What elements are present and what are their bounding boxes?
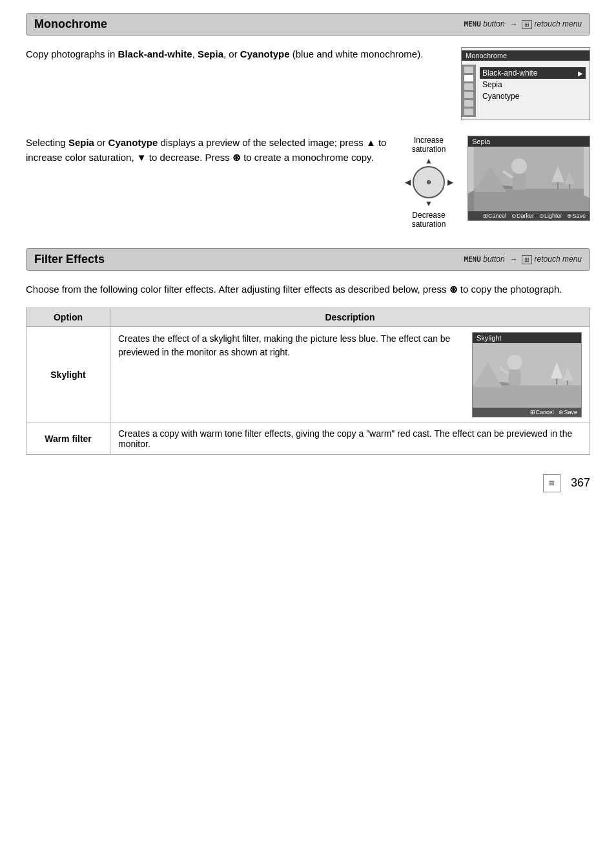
col-description-header: Description [110,308,590,326]
skylight-footer-save: ⊛Save [559,409,577,415]
svg-rect-3 [474,189,584,211]
monochrome-content: Copy photographs in Black-and-white, Sep… [26,47,590,120]
skylight-footer: ⊞Cancel ⊛Save [473,408,581,417]
menu-label: MENU [464,20,481,28]
option-warm-filter: Warm filter [26,423,110,454]
page-number: 367 [571,476,590,490]
mono-text-4: (blue and white monochrome). [290,48,424,59]
dpad-down-arrow: ▼ [424,199,433,208]
svg-rect-7 [569,184,570,189]
filter-effects-header: Filter Effects MENU button → ⊞ retouch m… [26,248,590,271]
filter-arrow-icon: → [509,255,517,264]
sepia-bold-1: Sepia [68,137,94,148]
sepia-text-1: Selecting [26,137,68,148]
filter-button-label: button [483,255,504,264]
icon-2 [464,75,473,81]
filter-effects-title: Filter Effects [34,253,105,266]
dpad-up-arrow: ▲ [424,156,433,165]
filter-retouch-label: retouch menu [535,255,582,264]
sepia-bold-2: Cyanotype [108,137,158,148]
svg-rect-15 [473,385,581,408]
icon-4 [464,92,473,98]
footer-lighter: ⊙Lighter [539,213,562,219]
skylight-illustration [473,343,581,408]
svg-point-8 [511,158,527,174]
preview-title: Sepia [468,136,590,147]
svg-rect-19 [567,380,568,384]
skylight-image-area [473,343,581,408]
dpad-left-arrow: ◀ [403,178,412,187]
filter-retouch-icon: ⊞ [522,255,532,264]
preview-footer: ⊞Cancel ⊙Darker ⊙Lighter ⊛Save [468,211,590,220]
table-row: Warm filter Creates a copy with warm ton… [26,423,590,454]
dpad-ok: ⊛ [426,179,431,185]
svg-point-20 [508,354,522,369]
dpad-right-arrow: ▶ [446,178,455,187]
menu-item-cyanotype: Cyanotype [480,90,586,102]
page-icon: ≡ [543,474,560,492]
filter-intro-1: Choose from the following color filter e… [26,284,449,295]
monochrome-header: Monochrome MENU button → ⊞ retouch menu [26,13,590,36]
sepia-preview: Sepia [467,136,590,221]
footer-darker: ⊙Darker [511,213,534,219]
monochrome-body-text: Copy photographs in Black-and-white, Sep… [26,47,448,62]
dpad-container: Increase saturation ▲ ◀ ⊛ ▶ ▼ Decrease s… [403,136,455,229]
icon-5 [464,100,473,107]
increase-saturation-label: Increase saturation [412,136,446,154]
retouch-menu-icon: ⊞ [522,20,532,29]
table-row: Skylight Creates the effect of a skyligh… [26,326,590,423]
mono-text-3: , or [223,48,240,59]
option-warm-label: Warm filter [45,434,92,444]
filter-effects-menu-path: MENU button → ⊞ retouch menu [464,255,582,264]
filter-table: Option Description Skylight Creates the … [26,308,590,455]
skylight-preview-box: Skylight [472,332,582,417]
option-skylight-label: Skylight [50,370,85,380]
sepia-content: Selecting Sepia or Cyanotype displays a … [26,136,590,229]
preview-image [468,147,590,211]
skylight-footer-cancel: ⊞Cancel [530,409,553,415]
screen-title-bar: Monochrome [462,50,590,61]
warm-filter-description: Creates a copy with warm tone filter eff… [118,428,572,449]
icon-3 [464,83,473,90]
button-label: button [483,19,504,28]
bold-sepia: Sepia [198,48,223,59]
skylight-desc-container: Creates the effect of a skylight filter,… [118,332,582,417]
footer-cancel: ⊞Cancel [483,213,506,219]
skylight-screen-title: Skylight [473,333,581,343]
sepia-description: Selecting Sepia or Cyanotype displays a … [26,136,390,165]
col-option-header: Option [26,308,110,326]
svg-rect-9 [513,174,526,190]
svg-rect-5 [557,182,559,189]
monochrome-screenshot: Monochrome Black-and-white ▶ [461,47,590,120]
skylight-screen: Skylight [472,332,582,417]
skylight-description-text: Creates the effect of a skylight filter,… [118,332,464,359]
arrow-icon: → [509,19,517,28]
dpad: ▲ ◀ ⊛ ▶ ▼ [403,156,455,208]
filter-intro-text: Choose from the following color filter e… [26,282,590,297]
decrease-saturation-label: Decrease saturation [412,211,446,229]
icon-6 [464,109,473,115]
screen-body: Black-and-white ▶ Sepia Cyanotype [462,65,590,117]
filter-menu-label: MENU [464,255,481,264]
menu-item-sepia: Sepia [480,79,586,90]
bold-bw: Black-and-white [118,48,192,59]
sepia-illustration [468,147,590,211]
sepia-text-2: or [94,137,108,148]
filter-intro-2: to copy the photograph. [458,284,562,295]
mono-text-2: , [192,48,198,59]
svg-rect-17 [556,378,557,384]
desc-warm-filter: Creates a copy with warm tone filter eff… [110,423,590,454]
screen-menu: Black-and-white ▶ Sepia Cyanotype [476,65,590,117]
mono-text-1: Copy photographs in [26,48,118,59]
screen-icon-rail [462,65,476,117]
screen-ui: Monochrome Black-and-white ▶ [461,47,590,120]
screen-title: Monochrome [466,52,507,59]
svg-rect-21 [509,370,521,385]
sepia-body: Selecting Sepia or Cyanotype displays a … [26,136,390,165]
monochrome-title: Monochrome [34,17,107,31]
bold-cyanotype: Cyanotype [240,48,290,59]
dpad-circle: ⊛ [413,166,445,198]
page-footer: ≡ 367 [26,474,590,492]
monochrome-menu-path: MENU button → ⊞ retouch menu [464,19,582,29]
desc-skylight: Creates the effect of a skylight filter,… [110,326,590,423]
